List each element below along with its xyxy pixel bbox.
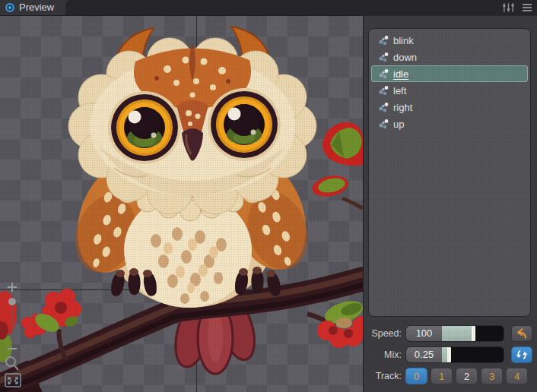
animation-icon [378,52,389,62]
animation-item-up[interactable]: up [371,115,528,132]
speed-row: Speed: 100 [364,325,537,342]
mix-slider-fill [442,347,450,362]
speed-value[interactable]: 100 [406,326,442,341]
preview-canvas[interactable] [0,15,364,392]
animation-list: blink down idle left right [368,28,531,317]
speed-slider-fill [442,326,475,341]
track-label: Track: [364,371,402,381]
track-button-3[interactable]: 3 [481,368,503,384]
reset-speed-button[interactable] [511,325,532,342]
track-button-2[interactable]: 2 [456,368,478,384]
eye-icon [5,2,15,13]
undo-arrow-icon [515,327,529,340]
preview-settings-panel: blink down idle left right [364,15,537,392]
speed-slider-handle[interactable] [472,326,475,341]
titlebar: Preview [0,0,537,15]
loop-icon [515,348,529,362]
animation-icon [378,119,389,129]
menu-icon[interactable] [522,3,532,12]
loop-toggle-button[interactable] [511,346,532,363]
mix-slider-handle[interactable] [447,347,451,362]
animation-icon [378,68,389,79]
tab-preview[interactable]: Preview [0,0,65,15]
mix-slider-track[interactable] [442,347,504,362]
animation-icon [378,35,389,46]
track-button-1[interactable]: 1 [431,368,453,384]
sliders-icon[interactable] [502,2,515,13]
track-button-0[interactable]: 0 [405,368,427,384]
animation-item-idle[interactable]: idle [371,65,528,82]
track-button-4[interactable]: 4 [506,368,528,384]
animation-icon [378,85,389,96]
track-buttons: 0 1 2 3 4 [405,368,528,384]
page-title: Preview [19,0,54,15]
titlebar-actions [65,0,537,15]
animation-item-down[interactable]: down [371,49,528,65]
mix-row: Mix: 0.25 [364,346,537,363]
zoom-slider-handle[interactable] [8,298,16,305]
speed-slider-track[interactable] [442,326,504,341]
mix-slider[interactable]: 0.25 [405,346,504,363]
animation-item-blink[interactable]: blink [371,32,528,49]
animation-label: down [393,52,417,63]
owl-artwork [0,16,363,392]
animation-label: idle [393,68,408,80]
animation-label: up [393,119,404,130]
animation-icon [378,102,389,112]
animation-item-right[interactable]: right [371,99,528,115]
zoom-in-button[interactable] [8,283,17,292]
owl [64,27,319,308]
mix-label: Mix: [364,349,402,360]
speed-slider[interactable]: 100 [405,325,504,342]
track-row: Track: 0 1 2 3 4 [364,368,537,384]
animation-label: blink [393,35,414,46]
mix-value[interactable]: 0.25 [406,347,442,362]
speed-label: Speed: [364,328,402,339]
animation-label: right [393,102,412,113]
preview-window: Preview [0,0,537,392]
animation-label: left [393,85,406,96]
flowers-right-bottom [317,297,363,348]
leaves-right-top [310,122,363,200]
animation-item-left[interactable]: left [371,82,528,99]
